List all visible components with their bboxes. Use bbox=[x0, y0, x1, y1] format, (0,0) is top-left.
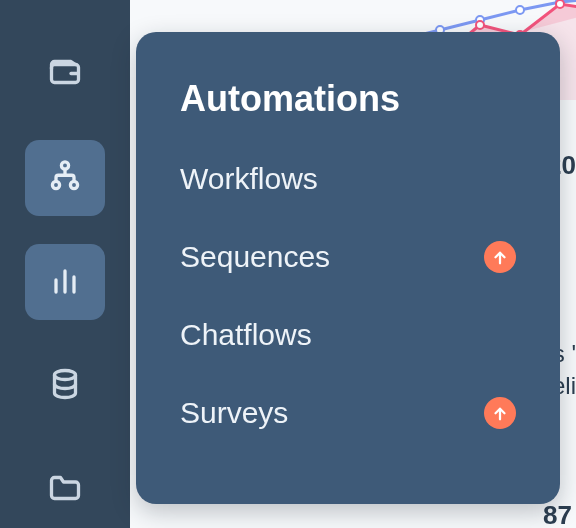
menu-item-label: Surveys bbox=[180, 396, 288, 430]
upgrade-badge[interactable] bbox=[484, 241, 516, 273]
sidebar-item-files[interactable] bbox=[25, 452, 105, 528]
sidebar bbox=[0, 0, 130, 528]
sidebar-item-data[interactable] bbox=[25, 348, 105, 424]
arrow-up-icon bbox=[491, 240, 509, 274]
bar-chart-icon bbox=[47, 262, 83, 302]
automations-flyout: Automations Workflows Sequences Chatflow… bbox=[136, 32, 560, 504]
menu-item-chatflows[interactable]: Chatflows bbox=[180, 318, 516, 352]
menu-item-surveys[interactable]: Surveys bbox=[180, 396, 516, 430]
wallet-icon bbox=[47, 54, 83, 94]
svg-point-8 bbox=[476, 21, 484, 29]
svg-point-3 bbox=[516, 6, 524, 14]
background-number-bottom: 87 bbox=[543, 500, 572, 528]
menu-item-label: Sequences bbox=[180, 240, 330, 274]
flyout-title: Automations bbox=[180, 78, 516, 120]
flyout-menu: Workflows Sequences Chatflows Surveys bbox=[180, 162, 516, 430]
menu-item-label: Workflows bbox=[180, 162, 318, 196]
folder-icon bbox=[47, 470, 83, 510]
menu-item-label: Chatflows bbox=[180, 318, 312, 352]
svg-point-10 bbox=[556, 0, 564, 8]
sidebar-item-wallet[interactable] bbox=[25, 36, 105, 112]
org-chart-icon bbox=[47, 158, 83, 198]
sidebar-item-org[interactable] bbox=[25, 140, 105, 216]
app-viewport: Nev 20 s ' eli 87 bbox=[0, 0, 576, 528]
menu-item-workflows[interactable]: Workflows bbox=[180, 162, 516, 196]
svg-point-16 bbox=[55, 371, 76, 380]
database-icon bbox=[47, 366, 83, 406]
arrow-up-icon bbox=[491, 396, 509, 430]
menu-item-sequences[interactable]: Sequences bbox=[180, 240, 516, 274]
upgrade-badge[interactable] bbox=[484, 397, 516, 429]
sidebar-item-analytics[interactable] bbox=[25, 244, 105, 320]
